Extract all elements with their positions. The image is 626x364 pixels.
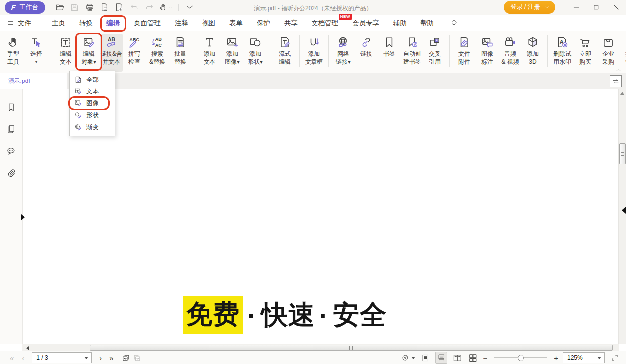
menu-item-page-management[interactable]: 页面管理 <box>134 19 161 28</box>
toolbar-button-file-attachment[interactable]: 文件 附件 <box>453 34 476 72</box>
hand-mode-button[interactable] <box>157 1 175 13</box>
toolbar-button-link-merge-text[interactable]: 链接&合 并文本 <box>100 34 123 72</box>
toolbar-button-hand-tool[interactable]: 手型 工具 <box>2 34 25 72</box>
toolbar-button-add-shape[interactable]: 添加 形状▾ <box>244 34 267 72</box>
toolbar-button-add-3d[interactable]: 添加 3D <box>522 34 544 72</box>
menu-item-share[interactable]: 共享 <box>284 19 298 28</box>
toolbar-button-add-text[interactable]: 添加 文本 <box>198 34 221 72</box>
customize-quickbar-button[interactable] <box>182 1 197 13</box>
toolbar-button-add-article-box[interactable]: 添加 文章框 <box>303 34 325 72</box>
first-page-button[interactable]: « <box>10 354 14 362</box>
toolbar-button-remove-trial-watermark[interactable]: 删除试 用水印 <box>551 34 574 72</box>
redo-button[interactable] <box>142 1 157 13</box>
collapse-toolbar-button[interactable] <box>615 67 622 73</box>
toolbar-button-buy-now[interactable]: 立即 购买 <box>574 34 597 72</box>
zoom-in-button[interactable]: + <box>554 354 558 362</box>
workspace-button[interactable]: F 工作台 <box>5 1 45 14</box>
scroll-left-arrow[interactable] <box>26 346 29 350</box>
reading-direction-button[interactable] <box>610 75 622 87</box>
toolbar-button-bookmark[interactable]: 书签 <box>378 34 401 72</box>
page-number-box[interactable]: 1 / 3 <box>32 352 92 363</box>
save-button[interactable] <box>67 1 82 13</box>
menu-item-edit[interactable]: 编辑 <box>106 19 120 28</box>
comments-panel-icon[interactable] <box>6 146 16 156</box>
menu-item-document-management[interactable]: 文档管理 NEW <box>312 19 338 28</box>
close-page-button[interactable] <box>97 1 112 13</box>
toolbar-button-web-link[interactable]: 网络 链接▾ <box>332 34 355 72</box>
menu-search-button[interactable] <box>449 18 460 29</box>
pages-panel-icon[interactable] <box>6 124 16 134</box>
next-view-icon <box>133 354 141 362</box>
toolbar-button-auto-bookmark[interactable]: 自动创 建书签 <box>401 34 423 72</box>
minimize-button[interactable] <box>566 0 586 15</box>
open-file-button[interactable] <box>52 1 67 13</box>
maximize-icon <box>593 4 600 11</box>
toolbar-button-enterprise-purchase[interactable]: 企业 采购 <box>597 34 620 72</box>
edit-object-dropdown-menu: 全部 文本 图像 形状 渐变 <box>69 71 115 136</box>
toolbar-button-license-management[interactable]: 授权 管理 <box>620 34 626 72</box>
scroll-up-arrow[interactable] <box>620 92 624 95</box>
zoom-slider[interactable] <box>494 357 547 358</box>
facing-continuous-view-button[interactable] <box>467 352 478 363</box>
pdf-page-heading[interactable]: 免费 · 快速 · 安全 <box>183 296 387 334</box>
rotate-view-button[interactable] <box>401 352 416 363</box>
last-page-button[interactable]: » <box>109 354 113 362</box>
previous-page-button[interactable]: ‹ <box>22 354 24 362</box>
next-view-button[interactable] <box>132 352 143 363</box>
new-page-button[interactable] <box>112 1 127 13</box>
dropdown-item-gradient[interactable]: 渐变 <box>70 121 115 133</box>
zoom-out-button[interactable]: − <box>483 354 487 362</box>
continuous-view-button[interactable] <box>435 352 447 364</box>
menu-item-form[interactable]: 表单 <box>229 19 243 28</box>
toolbar-button-audio-video[interactable]: 音频 & 视频 <box>499 34 522 72</box>
toolbar-button-image-annotation[interactable]: 图像 标注 <box>476 34 499 72</box>
bookmarks-panel-icon[interactable] <box>6 102 16 112</box>
toolbar-button-flow-edit[interactable]: 流式 编辑 <box>273 34 296 72</box>
dropdown-item-shape[interactable]: 形状 <box>70 109 115 121</box>
menu-item-membership[interactable]: 会员专享 <box>352 19 379 28</box>
vertical-scrollbar[interactable] <box>618 89 626 344</box>
expand-left-panel-handle[interactable] <box>21 214 25 221</box>
fullscreen-button[interactable] <box>609 352 620 363</box>
toolbar-button-cross-reference[interactable]: 交叉 引用 <box>423 34 446 72</box>
menu-item-comment[interactable]: 注释 <box>175 19 188 28</box>
toolbar-button-search-replace[interactable]: 搜索 &替换 <box>146 34 169 72</box>
toolbar-button-link[interactable]: 链接 <box>355 34 378 72</box>
maximize-button[interactable] <box>586 0 606 15</box>
document-tab[interactable]: 演示.pdf <box>0 73 67 89</box>
toolbar-button-spell-check[interactable]: 拼写 检查 <box>123 34 146 72</box>
dropdown-item-all[interactable]: 全部 <box>70 74 115 86</box>
menu-item-protect[interactable]: 保护 <box>257 19 270 28</box>
menu-item-accessibility[interactable]: 辅助 <box>393 19 407 28</box>
close-button[interactable] <box>606 0 626 15</box>
zoom-level-value: 125% <box>567 354 583 361</box>
dropdown-item-text[interactable]: 文本 <box>70 86 115 97</box>
login-register-button[interactable]: 登录 / 注册 <box>504 1 555 14</box>
menu-item-file[interactable]: 文件 <box>7 19 31 28</box>
print-button[interactable] <box>82 1 97 13</box>
menu-item-help[interactable]: 帮助 <box>420 19 434 28</box>
toolbar-button-edit-text[interactable]: 编辑 文本 <box>54 34 77 72</box>
undo-button[interactable] <box>127 1 142 13</box>
dropdown-item-image[interactable]: 图像 <box>70 97 115 109</box>
menu-item-home[interactable]: 主页 <box>52 19 65 28</box>
toolbar-button-add-image[interactable]: 添加 图像▾ <box>221 34 244 72</box>
horizontal-scrollbar-thumb[interactable] <box>90 345 613 351</box>
facing-view-button[interactable] <box>452 352 463 363</box>
zoom-slider-knob[interactable] <box>518 355 524 361</box>
single-page-view-button[interactable] <box>420 352 431 363</box>
toolbar-button-batch-replace[interactable]: 批量 替换 <box>169 34 192 72</box>
menu-item-view[interactable]: 视图 <box>202 19 215 28</box>
toolbar-button-edit-object[interactable]: 编辑 对象▾ <box>77 34 100 72</box>
horizontal-scrollbar[interactable] <box>22 344 619 351</box>
zoom-level-box[interactable]: 125% <box>563 352 605 363</box>
toolbar-button-select[interactable]: 选择 ▾ <box>25 34 48 72</box>
menu-item-convert[interactable]: 转换 <box>79 19 93 28</box>
titlebar-divider <box>178 4 179 11</box>
attachments-panel-icon[interactable] <box>6 168 16 178</box>
previous-view-button[interactable] <box>121 352 132 363</box>
separator-dot: · <box>247 300 257 331</box>
vertical-scrollbar-thumb[interactable] <box>619 143 626 164</box>
next-page-button[interactable]: › <box>99 354 102 362</box>
expand-right-panel-handle[interactable] <box>622 207 626 214</box>
